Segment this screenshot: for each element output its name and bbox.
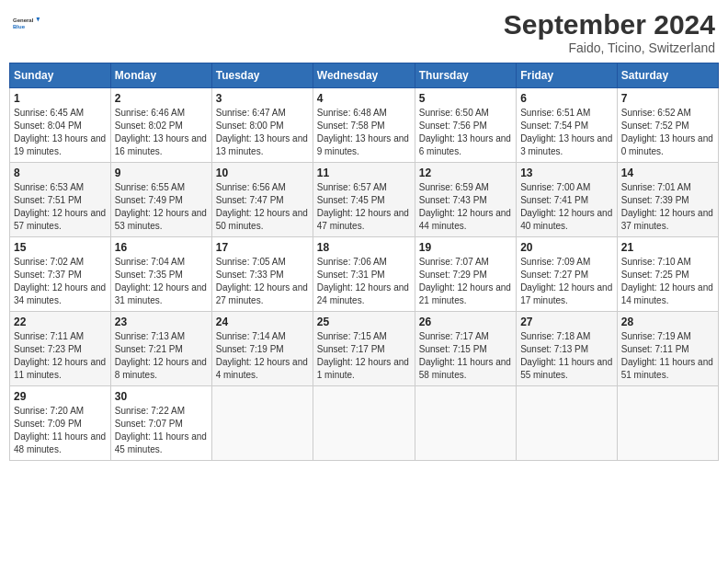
day-number: 20 (520, 241, 613, 254)
calendar-cell: 30Sunrise: 7:22 AMSunset: 7:07 PMDayligh… (110, 386, 211, 461)
calendar-cell (415, 386, 516, 461)
day-detail: Sunrise: 7:10 AMSunset: 7:25 PMDaylight:… (621, 256, 714, 307)
day-number: 12 (419, 167, 512, 179)
calendar-week-4: 22Sunrise: 7:11 AMSunset: 7:23 PMDayligh… (10, 312, 719, 386)
calendar-cell: 4Sunrise: 6:48 AMSunset: 7:58 PMDaylight… (313, 88, 415, 163)
day-detail: Sunrise: 7:09 AMSunset: 7:27 PMDaylight:… (520, 256, 613, 307)
calendar-cell: 22Sunrise: 7:11 AMSunset: 7:23 PMDayligh… (10, 312, 111, 386)
day-number: 26 (419, 316, 512, 328)
day-number: 6 (520, 92, 613, 105)
day-number: 8 (14, 167, 107, 179)
calendar-cell: 19Sunrise: 7:07 AMSunset: 7:29 PMDayligh… (415, 237, 516, 312)
day-number: 25 (317, 316, 411, 328)
day-number: 7 (621, 92, 714, 105)
calendar-cell: 1Sunrise: 6:45 AMSunset: 8:04 PMDaylight… (10, 88, 111, 163)
day-detail: Sunrise: 6:46 AMSunset: 8:02 PMDaylight:… (115, 107, 208, 158)
day-number: 16 (115, 241, 208, 254)
calendar-cell: 17Sunrise: 7:05 AMSunset: 7:33 PMDayligh… (211, 237, 313, 312)
day-detail: Sunrise: 7:20 AMSunset: 7:09 PMDaylight:… (14, 405, 107, 456)
calendar-cell: 24Sunrise: 7:14 AMSunset: 7:19 PMDayligh… (211, 312, 313, 386)
day-detail: Sunrise: 7:07 AMSunset: 7:29 PMDaylight:… (419, 256, 512, 307)
calendar-cell (617, 386, 718, 461)
calendar-cell: 6Sunrise: 6:51 AMSunset: 7:54 PMDaylight… (517, 88, 618, 163)
day-number: 13 (520, 167, 613, 179)
day-number: 15 (14, 241, 107, 254)
day-detail: Sunrise: 6:48 AMSunset: 7:58 PMDaylight:… (317, 107, 411, 158)
title-area: September 2024 Faido, Ticino, Switzerlan… (504, 9, 715, 55)
calendar-cell: 26Sunrise: 7:17 AMSunset: 7:15 PMDayligh… (415, 312, 516, 386)
svg-marker-2 (37, 17, 40, 22)
calendar-header-row: SundayMondayTuesdayWednesdayThursdayFrid… (10, 63, 719, 88)
day-detail: Sunrise: 7:22 AMSunset: 7:07 PMDaylight:… (115, 405, 208, 456)
day-detail: Sunrise: 7:15 AMSunset: 7:17 PMDaylight:… (317, 330, 411, 382)
calendar-cell: 5Sunrise: 6:50 AMSunset: 7:56 PMDaylight… (415, 88, 516, 163)
calendar-header-tuesday: Tuesday (211, 63, 313, 88)
calendar-cell: 15Sunrise: 7:02 AMSunset: 7:37 PMDayligh… (10, 237, 111, 312)
logo: GeneralBlue (13, 9, 40, 37)
calendar-header-sunday: Sunday (10, 63, 111, 88)
calendar-cell: 7Sunrise: 6:52 AMSunset: 7:52 PMDaylight… (617, 88, 718, 163)
calendar-cell: 12Sunrise: 6:59 AMSunset: 7:43 PMDayligh… (415, 163, 516, 237)
day-number: 17 (216, 241, 309, 254)
calendar-header-wednesday: Wednesday (313, 63, 415, 88)
day-detail: Sunrise: 6:45 AMSunset: 8:04 PMDaylight:… (14, 107, 107, 158)
day-number: 3 (216, 92, 309, 105)
calendar-cell: 8Sunrise: 6:53 AMSunset: 7:51 PMDaylight… (10, 163, 111, 237)
day-detail: Sunrise: 7:04 AMSunset: 7:35 PMDaylight:… (115, 256, 208, 307)
calendar-cell: 25Sunrise: 7:15 AMSunset: 7:17 PMDayligh… (313, 312, 415, 386)
day-number: 4 (317, 92, 411, 105)
day-number: 27 (520, 316, 613, 328)
page-title: September 2024 (504, 9, 715, 40)
day-detail: Sunrise: 6:52 AMSunset: 7:52 PMDaylight:… (621, 107, 714, 158)
calendar-cell: 10Sunrise: 6:56 AMSunset: 7:47 PMDayligh… (211, 163, 313, 237)
calendar-cell: 2Sunrise: 6:46 AMSunset: 8:02 PMDaylight… (110, 88, 211, 163)
calendar-cell (211, 386, 313, 461)
calendar-header-monday: Monday (110, 63, 211, 88)
day-number: 22 (14, 316, 107, 328)
day-detail: Sunrise: 7:18 AMSunset: 7:13 PMDaylight:… (520, 330, 613, 382)
day-detail: Sunrise: 6:59 AMSunset: 7:43 PMDaylight:… (419, 181, 512, 233)
calendar-cell: 9Sunrise: 6:55 AMSunset: 7:49 PMDaylight… (110, 163, 211, 237)
day-detail: Sunrise: 7:13 AMSunset: 7:21 PMDaylight:… (115, 330, 208, 382)
calendar-cell: 13Sunrise: 7:00 AMSunset: 7:41 PMDayligh… (517, 163, 618, 237)
calendar-week-3: 15Sunrise: 7:02 AMSunset: 7:37 PMDayligh… (10, 237, 719, 312)
day-number: 23 (115, 316, 208, 328)
calendar-cell: 28Sunrise: 7:19 AMSunset: 7:11 PMDayligh… (617, 312, 718, 386)
day-number: 24 (216, 316, 309, 328)
day-detail: Sunrise: 6:57 AMSunset: 7:45 PMDaylight:… (317, 181, 411, 233)
day-number: 30 (115, 390, 208, 403)
logo-icon: GeneralBlue (13, 9, 40, 37)
calendar-cell: 20Sunrise: 7:09 AMSunset: 7:27 PMDayligh… (517, 237, 618, 312)
calendar-header-friday: Friday (517, 63, 618, 88)
day-detail: Sunrise: 6:56 AMSunset: 7:47 PMDaylight:… (216, 181, 309, 233)
day-number: 5 (419, 92, 512, 105)
day-number: 28 (621, 316, 714, 328)
calendar-cell: 3Sunrise: 6:47 AMSunset: 8:00 PMDaylight… (211, 88, 313, 163)
calendar-week-5: 29Sunrise: 7:20 AMSunset: 7:09 PMDayligh… (10, 386, 719, 461)
calendar-cell: 11Sunrise: 6:57 AMSunset: 7:45 PMDayligh… (313, 163, 415, 237)
page-subtitle: Faido, Ticino, Switzerland (504, 40, 715, 55)
day-detail: Sunrise: 7:05 AMSunset: 7:33 PMDaylight:… (216, 256, 309, 307)
day-number: 2 (115, 92, 208, 105)
calendar-cell (517, 386, 618, 461)
calendar-cell: 29Sunrise: 7:20 AMSunset: 7:09 PMDayligh… (10, 386, 111, 461)
day-detail: Sunrise: 6:55 AMSunset: 7:49 PMDaylight:… (115, 181, 208, 233)
svg-text:Blue: Blue (13, 24, 26, 29)
calendar-cell: 23Sunrise: 7:13 AMSunset: 7:21 PMDayligh… (110, 312, 211, 386)
day-detail: Sunrise: 6:51 AMSunset: 7:54 PMDaylight:… (520, 107, 613, 158)
calendar-header-thursday: Thursday (415, 63, 516, 88)
calendar-header-saturday: Saturday (617, 63, 718, 88)
day-detail: Sunrise: 7:06 AMSunset: 7:31 PMDaylight:… (317, 256, 411, 307)
calendar-week-1: 1Sunrise: 6:45 AMSunset: 8:04 PMDaylight… (10, 88, 719, 163)
day-detail: Sunrise: 6:50 AMSunset: 7:56 PMDaylight:… (419, 107, 512, 158)
calendar-cell: 14Sunrise: 7:01 AMSunset: 7:39 PMDayligh… (617, 163, 718, 237)
calendar-cell (313, 386, 415, 461)
calendar-week-2: 8Sunrise: 6:53 AMSunset: 7:51 PMDaylight… (10, 163, 719, 237)
day-number: 11 (317, 167, 411, 179)
day-detail: Sunrise: 6:53 AMSunset: 7:51 PMDaylight:… (14, 181, 107, 233)
day-detail: Sunrise: 7:02 AMSunset: 7:37 PMDaylight:… (14, 256, 107, 307)
day-detail: Sunrise: 7:00 AMSunset: 7:41 PMDaylight:… (520, 181, 613, 233)
day-number: 18 (317, 241, 411, 254)
day-number: 10 (216, 167, 309, 179)
calendar-cell: 16Sunrise: 7:04 AMSunset: 7:35 PMDayligh… (110, 237, 211, 312)
